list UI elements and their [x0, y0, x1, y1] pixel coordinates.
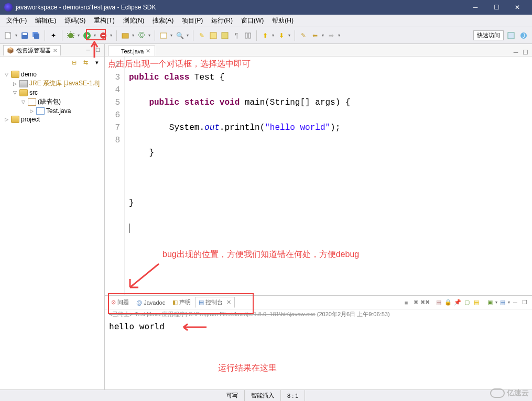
tab-javadoc[interactable]: @Javadoc: [133, 298, 168, 307]
minimize-button[interactable]: ─: [465, 0, 486, 15]
svg-rect-2: [23, 33, 27, 35]
svg-rect-12: [210, 32, 216, 39]
console-minimize-icon[interactable]: ─: [511, 298, 519, 307]
package-explorer-tab[interactable]: 📦 包资源管理器 ✕: [3, 45, 61, 55]
show-console-on-out-icon[interactable]: ▣: [486, 298, 494, 307]
close-icon[interactable]: ✕: [53, 48, 57, 53]
svg-text:J: J: [523, 33, 525, 39]
editor-minimize-icon[interactable]: ─: [512, 49, 519, 56]
eclipse-icon: [4, 3, 13, 12]
editor-tab-testjava[interactable]: Test.java ✕: [108, 46, 155, 56]
console-title-prefix: <已终止> Test [Java 应用程序]: [109, 311, 189, 317]
svg-rect-16: [508, 32, 514, 39]
link-editor-icon[interactable]: ⇆: [81, 58, 90, 66]
tree-demo[interactable]: demo: [21, 71, 37, 78]
back-icon[interactable]: ⬅: [310, 30, 320, 41]
save-icon[interactable]: [19, 30, 30, 41]
close-tab-icon[interactable]: ✕: [146, 48, 150, 54]
svg-rect-14: [245, 33, 247, 38]
console-maximize-icon[interactable]: ☐: [520, 298, 529, 307]
package-icon: 📦: [7, 47, 14, 54]
package-explorer: 📦 包资源管理器 ✕ ─ ☐ ⊟ ⇆ ▾ ▽demo ▷JRE 系统库 [Jav…: [0, 44, 105, 389]
scroll-lock-icon[interactable]: 🔒: [444, 298, 452, 307]
status-insert: 智能插入: [245, 390, 281, 401]
close-button[interactable]: ✕: [507, 0, 528, 15]
tab-declaration[interactable]: ◧声明: [169, 297, 194, 307]
view-menu-icon[interactable]: ▾: [93, 58, 101, 66]
menu-source[interactable]: 源码(S): [60, 15, 90, 26]
menu-run[interactable]: 运行(R): [207, 15, 237, 26]
show-whitespace-icon[interactable]: ¶: [231, 30, 242, 41]
svg-point-5: [68, 33, 73, 38]
minimize-view-icon[interactable]: ─: [84, 47, 92, 54]
last-edit-icon[interactable]: ✎: [298, 30, 309, 41]
mark-icon[interactable]: ✎: [197, 30, 207, 41]
console-output[interactable]: hello world: [105, 319, 532, 389]
menubar: 文件(F) 编辑(E) 源码(S) 重构(T) 浏览(N) 搜索(A) 项目(P…: [0, 15, 532, 27]
collapse-all-icon[interactable]: ⊟: [70, 58, 78, 66]
new-class-icon[interactable]: Ⓒ: [136, 30, 147, 41]
saveall-icon[interactable]: [31, 30, 41, 41]
code-editor[interactable]: 2 3 4 5 6 7 8 public class Test { public…: [105, 57, 532, 295]
terminate-icon[interactable]: ■: [402, 298, 410, 307]
menu-edit[interactable]: 编辑(E): [31, 15, 60, 26]
debug-icon[interactable]: [66, 30, 76, 41]
forward-icon[interactable]: ➡: [326, 30, 336, 41]
tree-src[interactable]: src: [29, 89, 38, 96]
svg-rect-10: [122, 34, 128, 38]
watermark: 亿速云: [490, 388, 529, 398]
maximize-view-icon[interactable]: ☐: [94, 47, 101, 54]
run-icon[interactable]: [82, 30, 92, 41]
annotation-arrow-output: [180, 323, 207, 331]
menu-file[interactable]: 文件(F): [2, 15, 31, 26]
clear-console-icon[interactable]: ▤: [435, 298, 443, 307]
menu-help[interactable]: 帮助(H): [268, 15, 298, 26]
menu-search[interactable]: 搜索(A): [148, 15, 178, 26]
tree-jre[interactable]: JRE 系统库 [JavaSE-1.8]: [29, 79, 100, 88]
wand-icon[interactable]: ✦: [48, 30, 59, 41]
menu-navigate[interactable]: 浏览(N): [119, 15, 149, 26]
svg-rect-13: [222, 32, 228, 39]
show-console-on-err-icon[interactable]: ▤: [498, 298, 507, 307]
perspective-java-icon[interactable]: [506, 30, 516, 41]
code-body[interactable]: public class Test { public static void m…: [125, 57, 354, 295]
tab-console[interactable]: ▤控制台✕: [195, 297, 235, 308]
status-position: 8 : 1: [281, 390, 305, 401]
perspective-resource-icon[interactable]: J: [518, 30, 529, 41]
tab-problems[interactable]: ⊘问题: [108, 297, 132, 307]
search-icon[interactable]: 🔍: [175, 30, 185, 41]
project-tree[interactable]: ▽demo ▷JRE 系统库 [JavaSE-1.8] ▽src ▽(缺省包) …: [0, 68, 104, 389]
quick-access[interactable]: 快速访问: [473, 30, 504, 40]
display-selected-icon[interactable]: ▢: [463, 298, 471, 307]
pin-console-icon[interactable]: 📌: [453, 298, 462, 307]
remove-launch-icon[interactable]: ✖: [411, 298, 420, 307]
editor-maximize-icon[interactable]: ☐: [522, 49, 529, 56]
external-tools-icon[interactable]: [98, 30, 108, 41]
remove-all-terminated-icon[interactable]: ✖✖: [421, 298, 429, 307]
block-select-icon[interactable]: [243, 30, 253, 41]
bottom-panel: ⊘问题 @Javadoc ◧声明 ▤控制台✕ ■ ✖ ✖✖ ▤ 🔒 📌 ▢ ▤ …: [105, 295, 532, 389]
package-explorer-title: 包资源管理器: [16, 47, 51, 54]
tree-project[interactable]: project: [21, 116, 40, 123]
svg-rect-4: [34, 34, 39, 39]
next-annotation-icon[interactable]: ⬇: [276, 30, 287, 41]
menu-window[interactable]: 窗口(W): [237, 15, 268, 26]
new-package-icon[interactable]: [120, 30, 131, 41]
open-console-icon[interactable]: ▤: [472, 298, 481, 307]
svg-rect-11: [160, 33, 167, 38]
prev-annotation-icon[interactable]: ⬆: [260, 30, 270, 41]
console-title-path: C:\Program Files\Java\jre1.8.0_181\bin\j…: [189, 311, 316, 317]
toggle-mark-icon[interactable]: [220, 30, 230, 41]
tree-testjava[interactable]: Test.java: [46, 107, 71, 115]
maximize-button[interactable]: ☐: [486, 0, 507, 15]
open-type-icon[interactable]: [158, 30, 169, 41]
tree-defpkg[interactable]: (缺省包): [38, 97, 61, 106]
svg-rect-9: [102, 35, 105, 36]
menu-project[interactable]: 项目(P): [178, 15, 207, 26]
status-writable: 可写: [220, 390, 245, 401]
new-icon[interactable]: [3, 30, 14, 41]
window-title: javaworkspace - demo/src/Test.java - Ecl…: [16, 4, 465, 11]
menu-refactor[interactable]: 重构(T): [90, 15, 118, 26]
toggle-breadcrumb-icon[interactable]: [208, 30, 219, 41]
titlebar: javaworkspace - demo/src/Test.java - Ecl…: [0, 0, 532, 15]
